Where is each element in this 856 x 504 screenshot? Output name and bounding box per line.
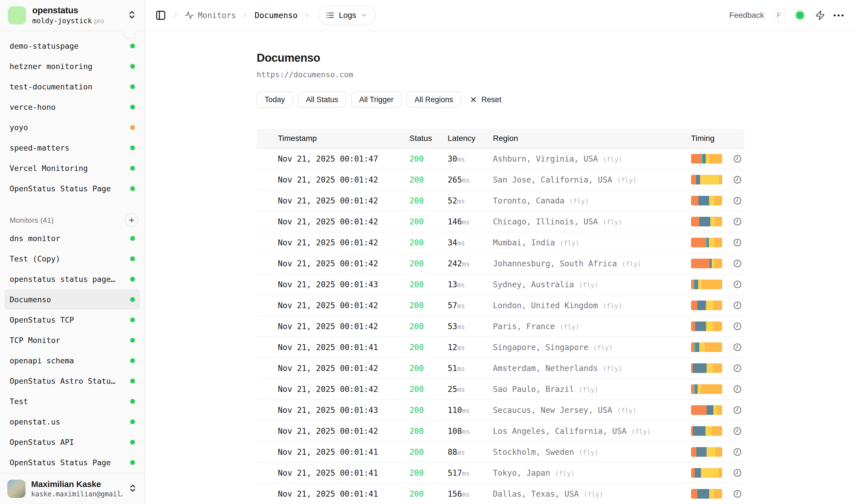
- row-details-button[interactable]: [728, 384, 745, 394]
- filter-button-all-regions[interactable]: All Regions: [407, 91, 461, 108]
- log-row[interactable]: Nov 21, 2025 00:01:4220034msMumbai, Indi…: [257, 232, 745, 253]
- user-menu[interactable]: Maximilian Kaske kaske.maximilian@gmail…: [0, 473, 145, 504]
- log-row[interactable]: Nov 21, 2025 00:01:41200517msTokyo, Japa…: [257, 463, 745, 484]
- timing-segment-ttfb: [701, 468, 718, 478]
- breadcrumb-monitor-name[interactable]: Documenso: [255, 11, 298, 20]
- cell-latency: 25ms: [448, 384, 493, 394]
- log-row[interactable]: Nov 21, 2025 00:01:4220051msAmsterdam, N…: [257, 358, 745, 379]
- table-body: Nov 21, 2025 00:01:4720030msAshburn, Vir…: [257, 148, 745, 504]
- row-details-button[interactable]: [728, 447, 745, 456]
- sidebar-status-page-item[interactable]: demo-statuspage: [4, 36, 140, 56]
- sidebar-monitor-item[interactable]: dns monitor: [4, 228, 140, 249]
- sidebar-item-label: verce-hono: [10, 103, 56, 111]
- sidebar-monitor-item[interactable]: TCP Monitor: [4, 330, 140, 350]
- logs-view-selector[interactable]: Logs: [318, 5, 376, 25]
- row-details-button[interactable]: [728, 259, 745, 268]
- zap-icon[interactable]: [815, 10, 825, 20]
- sidebar-monitor-item[interactable]: OpenStatus Status Page: [4, 452, 140, 473]
- sidebar-toggle-icon[interactable]: [155, 10, 166, 21]
- row-details-button[interactable]: [728, 406, 745, 415]
- sidebar-status-page-item[interactable]: Vercel Monitoring: [4, 158, 140, 178]
- reset-filters-button[interactable]: Reset: [469, 95, 501, 104]
- cell-timing: [691, 489, 728, 499]
- sidebar-monitor-item[interactable]: openapi schema: [4, 350, 140, 371]
- row-details-button[interactable]: [728, 280, 745, 289]
- sidebar-item-label: Test (Copy): [10, 254, 60, 263]
- row-details-button[interactable]: [728, 217, 745, 226]
- log-row[interactable]: Nov 21, 2025 00:01:4320013msSydney, Aust…: [257, 274, 745, 295]
- log-row[interactable]: Nov 21, 2025 00:01:4220025msSao Paulo, B…: [257, 379, 745, 400]
- add-monitor-button[interactable]: [125, 213, 138, 227]
- timing-segment-ttfb: [713, 405, 716, 415]
- sidebar-status-page-item[interactable]: OpenStatus Status Page: [4, 178, 140, 199]
- sidebar-monitor-item[interactable]: OpenStatus API: [4, 432, 140, 452]
- timing-segment-tls: [697, 301, 706, 310]
- more-options-icon[interactable]: [834, 14, 843, 16]
- timing-segment-transfer: [714, 489, 722, 499]
- filter-button-all-status[interactable]: All Status: [298, 91, 346, 108]
- cell-latency: 12ms: [448, 343, 493, 352]
- sidebar-status-page-item[interactable]: test-documentation: [4, 76, 140, 97]
- filter-button-all-trigger[interactable]: All Trigger: [351, 91, 402, 108]
- log-row[interactable]: Nov 21, 2025 00:01:42200265msSan Jose, C…: [257, 169, 745, 191]
- filter-button-today[interactable]: Today: [257, 91, 293, 108]
- sidebar-status-page-item[interactable]: speed-matters: [4, 138, 140, 158]
- feedback-button[interactable]: Feedback: [729, 11, 764, 20]
- region-provider: (fly): [579, 386, 598, 393]
- log-row[interactable]: Nov 21, 2025 00:01:41200156msDallas, Tex…: [257, 484, 745, 504]
- sidebar-monitor-item[interactable]: Documenso: [4, 289, 140, 310]
- timing-segment-transfer: [715, 217, 722, 227]
- log-row[interactable]: Nov 21, 2025 00:01:4220053msParis, Franc…: [257, 316, 745, 337]
- monitors-list: dns monitorTest (Copy)openstatus status …: [4, 228, 140, 473]
- row-details-button[interactable]: [728, 468, 745, 478]
- timing-segment-transfer: [718, 468, 722, 478]
- row-indicator-cell: [257, 156, 278, 161]
- row-details-button[interactable]: [728, 322, 745, 331]
- breadcrumb-monitors[interactable]: Monitors: [185, 11, 236, 20]
- sidebar-monitor-item[interactable]: openstatus status page…: [4, 269, 140, 289]
- region-provider: (fly): [617, 407, 637, 414]
- log-row[interactable]: Nov 21, 2025 00:01:4220052msToronto, Can…: [257, 191, 745, 211]
- cell-timestamp: Nov 21, 2025 00:01:42: [278, 384, 409, 394]
- cell-region: Los Angeles, California, USA (fly): [493, 427, 691, 436]
- timing-bar: [691, 175, 722, 184]
- cell-timing: [691, 342, 728, 352]
- sidebar-status-page-item[interactable]: yoyo: [4, 117, 140, 138]
- sidebar-status-page-item[interactable]: hetzner monitoring: [4, 56, 140, 76]
- sidebar-status-page-item[interactable]: verce-hono: [4, 97, 140, 117]
- latency-unit: ms: [462, 470, 470, 477]
- row-details-button[interactable]: [728, 154, 745, 163]
- log-row[interactable]: Nov 21, 2025 00:01:43200110msSecaucus, N…: [257, 400, 745, 421]
- row-details-button[interactable]: [728, 364, 745, 373]
- sidebar-monitor-item[interactable]: OpenStatus Astro Statu…: [4, 371, 140, 391]
- monitors-section-header: Monitors (41): [4, 212, 140, 228]
- system-status-dot[interactable]: [796, 12, 804, 19]
- row-details-button[interactable]: [728, 489, 745, 498]
- sidebar-item-label: TCP Monitor: [10, 336, 60, 345]
- sidebar-monitor-item[interactable]: openstat.us: [4, 412, 140, 432]
- log-row[interactable]: Nov 21, 2025 00:01:4120012msSingapore, S…: [257, 337, 745, 358]
- log-row[interactable]: Nov 21, 2025 00:01:42200108msLos Angeles…: [257, 421, 745, 442]
- cell-region: Chicago, Illinois, USA (fly): [493, 217, 691, 227]
- row-details-button[interactable]: [728, 196, 745, 205]
- latency-unit: ms: [462, 428, 470, 435]
- timing-segment-transfer: [719, 175, 722, 184]
- status-dot: [130, 379, 135, 383]
- log-row[interactable]: Nov 21, 2025 00:01:4220057msLondon, Unit…: [257, 295, 745, 316]
- status-dot: [130, 186, 135, 191]
- row-details-button[interactable]: [728, 175, 745, 184]
- sidebar-monitor-item[interactable]: Test (Copy): [4, 249, 140, 269]
- sidebar-monitor-item[interactable]: Test: [4, 391, 140, 412]
- row-details-button[interactable]: [728, 238, 745, 247]
- row-details-button[interactable]: [728, 427, 745, 435]
- log-row[interactable]: Nov 21, 2025 00:01:42200146msChicago, Il…: [257, 211, 745, 232]
- timing-segment-dns: [691, 154, 701, 164]
- cell-timestamp: Nov 21, 2025 00:01:42: [278, 259, 409, 268]
- log-row[interactable]: Nov 21, 2025 00:01:4720030msAshburn, Vir…: [257, 148, 745, 169]
- cell-latency: 57ms: [448, 301, 493, 310]
- sidebar-monitor-item[interactable]: OpenStatus TCP: [4, 310, 140, 330]
- row-details-button[interactable]: [728, 301, 745, 310]
- log-row[interactable]: Nov 21, 2025 00:01:4120088msStockholm, S…: [257, 442, 745, 463]
- row-details-button[interactable]: [728, 343, 745, 352]
- log-row[interactable]: Nov 21, 2025 00:01:42200242msJohannesbur…: [257, 253, 745, 274]
